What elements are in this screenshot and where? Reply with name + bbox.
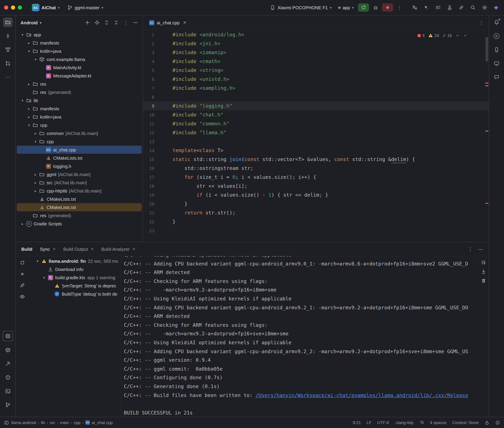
code-line-16[interactable]: 16 std::ostringstream str; xyxy=(143,164,488,173)
tree-item-llama-android-fin[interactable]: ▾llama.android: fin22 sec, 583 ms xyxy=(30,257,120,265)
debug-button[interactable] xyxy=(371,3,380,12)
tree-item-gradle-scripts[interactable]: ▸GGradle Scripts xyxy=(17,220,142,228)
tree-item-manifests[interactable]: ▸manifests xyxy=(17,39,142,47)
eye-icon[interactable] xyxy=(18,293,26,300)
chevron-right-icon[interactable]: ▸ xyxy=(26,115,32,119)
chevron-down-icon[interactable]: ▾ xyxy=(41,276,47,279)
code-line-13[interactable]: 13 xyxy=(143,137,488,146)
tree-item-mainactivity-kt[interactable]: KMainActivity.kt xyxy=(17,63,142,72)
chevron-down-icon[interactable]: ▾ xyxy=(26,123,32,127)
code-line-17[interactable]: 17 for (size_t i = 0; i < values.size();… xyxy=(143,173,488,181)
problems-icon[interactable] xyxy=(3,373,13,382)
translate-icon[interactable] xyxy=(411,4,418,11)
tab-options-icon[interactable]: ⋮ xyxy=(479,20,484,25)
editor-scrollbar[interactable] xyxy=(485,30,488,242)
collapse-all-icon[interactable] xyxy=(113,19,119,26)
code-line-18[interactable]: 18 str << values[i]; xyxy=(143,181,488,190)
unlock-icon[interactable] xyxy=(485,420,489,425)
tree-item-logging-h[interactable]: Hlogging.h xyxy=(17,162,142,170)
code-line-6[interactable]: 6#include <unistd.h> xyxy=(143,75,488,83)
pin-icon[interactable] xyxy=(18,281,26,289)
build-tab-sync[interactable]: Sync✕ xyxy=(40,247,56,252)
code-line-23[interactable]: 23 xyxy=(143,226,488,235)
code-line-3[interactable]: 3#include <iomanip> xyxy=(143,48,488,57)
chevron-right-icon[interactable]: ▸ xyxy=(33,189,38,193)
notifications-icon[interactable] xyxy=(492,17,501,27)
breadcrumb-item[interactable]: lib xyxy=(41,420,45,425)
more-actions-icon[interactable]: ⋮ xyxy=(395,3,404,12)
build-panel-title[interactable]: Build xyxy=(21,247,32,252)
ai-actions-icon[interactable] xyxy=(422,4,430,11)
tree-item-ai-chat-cpp[interactable]: C++ai_chat.cpp xyxy=(17,146,142,154)
inspections-widget[interactable]: 3 24 ✓15 xyxy=(414,32,470,39)
next-problem-icon[interactable] xyxy=(463,33,467,38)
stop-square-icon[interactable] xyxy=(18,270,26,278)
gradle-icon[interactable]: G xyxy=(492,31,501,41)
tree-item-kotlin-java[interactable]: ▾kotlin+java xyxy=(17,47,142,55)
code-line-2[interactable]: 2#include <jni.h> xyxy=(143,39,488,48)
code-line-11[interactable]: 11#include "common.h" xyxy=(143,119,488,128)
close-tab-icon[interactable]: ✕ xyxy=(132,247,136,251)
code-line-22[interactable]: 22} xyxy=(143,217,488,226)
info-circle-icon[interactable] xyxy=(495,420,500,425)
build-console[interactable]: C/C++: -- Using KleidiAI optimized kerne… xyxy=(121,256,488,418)
build-icon[interactable] xyxy=(3,359,13,369)
hide-build-panel-icon[interactable]: — xyxy=(478,247,483,251)
tree-item-download-info[interactable]: Download info xyxy=(30,265,120,273)
code-line-9[interactable]: 9#include "logging.h" xyxy=(143,101,488,110)
version-control-icon[interactable] xyxy=(3,400,13,410)
code-line-10[interactable]: 10#include "chat.h" xyxy=(143,110,488,119)
rerun-icon[interactable] xyxy=(18,259,26,266)
chevron-down-icon[interactable]: ▾ xyxy=(33,57,38,61)
settings-icon[interactable] xyxy=(481,4,488,11)
error-stripe-mark[interactable] xyxy=(485,85,488,86)
emulator-icon[interactable] xyxy=(492,58,501,68)
tree-item-lib[interactable]: ▾lib xyxy=(17,96,142,105)
breadcrumb-item[interactable]: cpp xyxy=(74,420,80,425)
tree-item-com-example-llama[interactable]: ▾com.example.llama xyxy=(17,55,142,63)
close-window-button[interactable] xyxy=(4,6,8,10)
code-line-8[interactable]: 8 xyxy=(143,92,488,101)
tree-item-res[interactable]: ▸res xyxy=(17,80,142,88)
code-line-15[interactable]: 15static std::string join(const std::vec… xyxy=(143,155,488,164)
tree-item-manifests[interactable]: ▸manifests xyxy=(17,105,142,113)
tree-item-app[interactable]: ▾app xyxy=(17,31,142,39)
breadcrumb-item[interactable]: src xyxy=(50,420,55,425)
passed-count[interactable]: ✓15 xyxy=(443,33,452,38)
zoom-window-button[interactable] xyxy=(18,6,22,10)
caret-position[interactable]: 9:21 xyxy=(353,420,361,425)
file-encoding[interactable]: UTF-8 xyxy=(377,420,389,425)
project-icon[interactable] xyxy=(3,17,13,27)
code-line-20[interactable]: 20 } xyxy=(143,199,488,208)
tree-item-build-gradle-kts[interactable]: ▾Kbuild.gradle.ktsapp 1 warning xyxy=(30,273,120,281)
structure-icon[interactable] xyxy=(3,45,13,54)
tree-item-common[interactable]: ▸common[AiChat.lib.main] xyxy=(17,129,142,137)
app-insights-icon[interactable] xyxy=(492,72,501,82)
clang-tidy-widget[interactable]: .clang-tidy xyxy=(395,420,413,425)
editor-tab-ai-chat-cpp[interactable]: C++ ai_chat.cpp ✕ xyxy=(146,16,190,30)
line-separator[interactable]: LF xyxy=(367,420,371,425)
breadcrumb-item[interactable]: llama.android xyxy=(11,420,36,425)
error-stripe-mark[interactable] xyxy=(485,82,488,83)
add-icon[interactable] xyxy=(84,19,91,26)
expand-all-icon[interactable] xyxy=(103,19,110,26)
tree-item-jvmtarget-string-is-deprec[interactable]: 'jvmTarget: String' is deprec xyxy=(30,281,120,290)
chevron-right-icon[interactable]: ▸ xyxy=(26,82,32,86)
flask-icon[interactable] xyxy=(446,4,453,11)
code-line-7[interactable]: 7#include <sampling.h> xyxy=(143,83,488,92)
tree-item-kotlin-java[interactable]: ▸kotlin+java xyxy=(17,113,142,121)
close-tab-icon[interactable]: ✕ xyxy=(91,247,94,251)
tree-item-messageadapter-kt[interactable]: KMessageAdapter.kt xyxy=(17,72,142,80)
breadcrumb-item[interactable]: ai_chat.cpp xyxy=(92,420,113,425)
tool-window-layout-icon[interactable] xyxy=(4,420,9,425)
tree-item-res[interactable]: res(generated) xyxy=(17,211,142,220)
prev-problem-icon[interactable] xyxy=(455,33,459,38)
project-widget[interactable]: AC AiChat ▾ xyxy=(29,3,62,12)
link-icon[interactable] xyxy=(457,4,465,11)
error-stripe-mark[interactable] xyxy=(485,203,488,204)
build-tab-build-output[interactable]: Build Output✕ xyxy=(63,247,94,252)
indent-style-icon[interactable] xyxy=(419,420,424,425)
tree-item-ggml[interactable]: ▸ggml[AiChat.lib.main] xyxy=(17,170,142,179)
chevron-right-icon[interactable]: ▸ xyxy=(33,131,38,135)
more-tools-icon[interactable]: ⋯ xyxy=(3,72,13,82)
